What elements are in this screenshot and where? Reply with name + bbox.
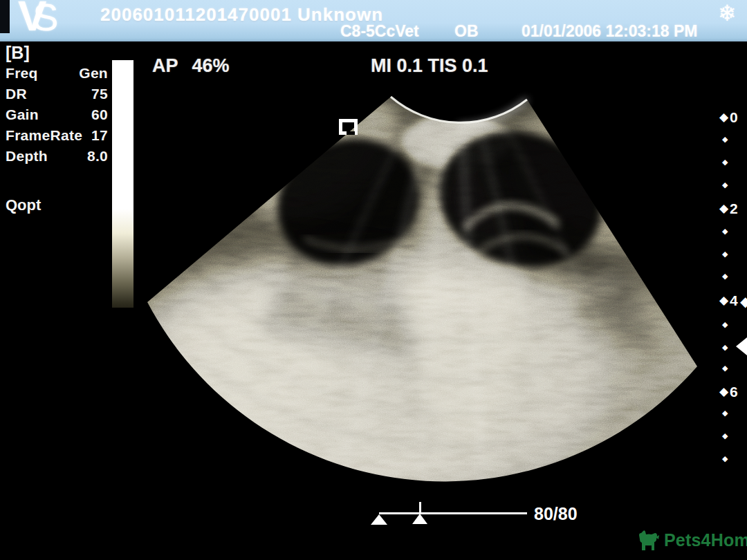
depth-major-mark: ◆0 — [719, 110, 738, 124]
depth-major-mark: ◆2 — [719, 201, 738, 216]
pets4homes-dog-icon — [636, 528, 661, 552]
depth-label: 0 — [730, 110, 738, 124]
depth-minor-diamond-icon: ◆ — [722, 250, 728, 258]
diamond-icon: ◆ — [719, 295, 728, 306]
cine-frame-counter: 80/80 — [534, 504, 578, 524]
cine-position-marker[interactable] — [419, 502, 421, 513]
qopt-label: Qopt — [6, 196, 41, 214]
ultrasound-screen: VS 200601011201470001 Unknown C8-5CcVet … — [0, 0, 747, 560]
param-row-depth: Depth 8.0 — [6, 148, 108, 169]
acoustic-power-readout: AP 46% — [152, 55, 230, 77]
depth-minor-diamond-icon: ◆ — [722, 455, 728, 463]
diamond-icon: ◆ — [719, 111, 728, 123]
patient-id: 200601011201470001 — [100, 4, 292, 25]
parameter-list: Freq Gen DR 75 Gain 60 FrameRate 17 Dept… — [6, 65, 108, 169]
cine-position-marker-triangle[interactable] — [412, 514, 427, 524]
datetime: 01/01/2006 12:03:18 PM — [522, 22, 697, 41]
depth-major-mark: ◆6 — [719, 384, 738, 399]
param-value: Gen — [79, 65, 108, 86]
param-value: 60 — [91, 106, 108, 127]
ap-value: 46% — [192, 55, 230, 77]
mi-tis-readout: MI 0.1 TIS 0.1 — [371, 55, 488, 77]
param-value: 17 — [91, 127, 108, 148]
depth-minor-diamond-icon: ◆ — [722, 181, 728, 189]
depth-label: 6 — [730, 384, 738, 399]
param-label: DR — [6, 86, 27, 106]
ap-label: AP — [152, 55, 178, 77]
param-value: 8.0 — [87, 148, 108, 169]
probe-name: C8-5CcVet — [340, 22, 419, 41]
depth-minor-diamond-icon: ◆ — [722, 136, 728, 143]
param-row-dr: DR 75 — [6, 86, 108, 106]
param-label: Freq — [6, 65, 38, 86]
param-row-framerate: FrameRate 17 — [6, 127, 108, 148]
watermark: Pets4Homes — [636, 528, 747, 552]
grayscale-reference-bar — [112, 60, 133, 308]
depth-major-mark: ◆4 — [719, 293, 738, 308]
param-label: Gain — [6, 106, 39, 127]
corner-notch — [0, 0, 10, 33]
depth-minor-diamond-icon: ◆ — [722, 272, 728, 280]
param-row-freq: Freq Gen — [6, 65, 108, 86]
param-row-gain: Gain 60 — [6, 106, 108, 127]
exam-preset: OB — [454, 22, 479, 41]
title-bar: VS 200601011201470001 Unknown C8-5CcVet … — [0, 0, 747, 41]
depth-minor-diamond-icon: ◆ — [722, 409, 728, 417]
freeze-snowflake-icon: ❄ — [718, 0, 737, 26]
depth-minor-diamond-icon: ◆ — [722, 432, 728, 440]
vendor-logo: VS — [18, 0, 56, 37]
probe-orientation-marker-icon — [339, 119, 358, 135]
cine-scrubber-track[interactable] — [379, 512, 527, 514]
param-label: FrameRate — [6, 127, 82, 148]
mode-indicator: [B] — [6, 43, 30, 63]
vendor-logo-s: S — [33, 0, 55, 39]
diamond-icon: ◆ — [719, 386, 728, 398]
depth-minor-diamond-icon: ◆ — [722, 321, 728, 328]
depth-minor-diamond-icon: ◆ — [722, 227, 728, 235]
depth-minor-diamond-icon: ◆ — [722, 364, 728, 372]
watermark-text: Pets4Homes — [664, 530, 747, 550]
depth-minor-diamond-icon: ◆ — [722, 344, 728, 351]
depth-label: 2 — [730, 201, 738, 216]
param-label: Depth — [6, 148, 48, 169]
cine-start-marker-icon — [371, 514, 387, 525]
focal-zone-marker-icon — [736, 337, 747, 355]
depth-minor-diamond-icon: ◆ — [722, 158, 728, 166]
depth-label: 4 — [730, 293, 738, 308]
param-value: 75 — [91, 86, 108, 106]
focus-diamond-icon: ◆ — [740, 295, 747, 308]
diamond-icon: ◆ — [719, 203, 728, 214]
